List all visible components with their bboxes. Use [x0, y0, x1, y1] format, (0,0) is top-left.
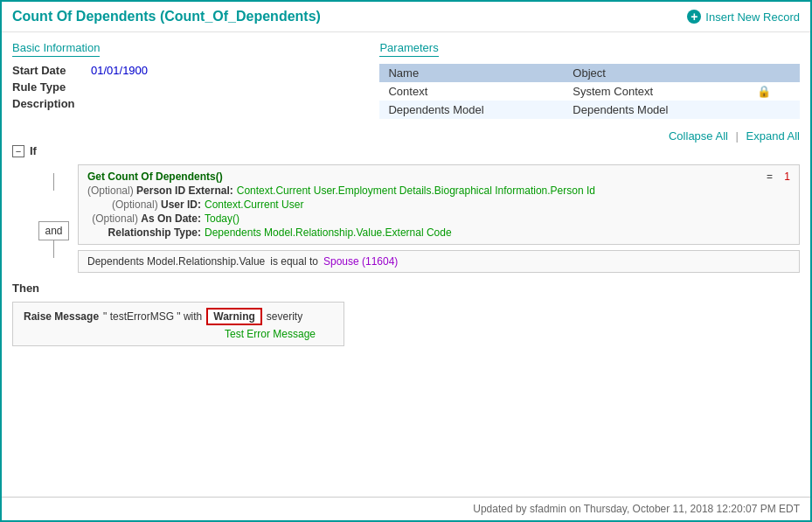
message-string: " testErrorMSG " with	[103, 310, 202, 323]
condition-area: and Get Count Of Dependents() = 1	[38, 164, 800, 273]
col-name-header: Name	[379, 64, 564, 82]
col-lock-header	[748, 64, 800, 82]
if-header: − If	[12, 144, 800, 157]
description-row: Description	[12, 97, 362, 110]
params-table-row: Context System Context 🔒	[379, 82, 800, 101]
func-name: Get Count Of Dependents()	[87, 171, 223, 183]
func-param-row: (Optional) Person ID External: Context.C…	[87, 184, 790, 197]
action-desc-row: Test Error Message	[24, 328, 333, 340]
param-value: Context.Current User	[205, 198, 303, 211]
page-title: Count Of Dependents (Count_Of_Dependents…	[12, 9, 321, 24]
func-param-row: (Optional) User ID: Context.Current User	[87, 198, 790, 211]
param-lock-cell	[748, 101, 800, 119]
raise-message-label: Raise Message	[24, 310, 99, 323]
footer: Updated by sfadmin on Thursday, October …	[2, 497, 810, 520]
param-optional-label: (Optional) User ID:	[87, 198, 201, 211]
insert-new-record-button[interactable]: + Insert New Record	[687, 10, 800, 24]
rule-type-label: Rule Type	[12, 80, 91, 94]
header-bar: Count Of Dependents (Count_Of_Dependents…	[2, 2, 810, 32]
parameters-section: Parameters Name Object Context System Co…	[379, 41, 800, 119]
parameters-table: Name Object Context System Context 🔒 Dep…	[379, 64, 800, 119]
then-section: Then Raise Message " testErrorMSG " with…	[12, 282, 800, 346]
func-param-row: Relationship Type: Dependents Model.Rela…	[87, 226, 790, 239]
param-object-cell: Dependents Model	[564, 101, 748, 119]
collapse-if-button[interactable]: −	[12, 145, 24, 157]
rule-body: − If and Get Count Of Dependents() =	[2, 144, 810, 346]
param-value: Today()	[205, 212, 239, 225]
function-condition-box: Get Count Of Dependents() = 1 (Optional)…	[78, 164, 800, 245]
action-description: Test Error Message	[225, 328, 316, 340]
equals-area: = 1	[767, 171, 790, 183]
param-object-cell: System Context	[564, 82, 748, 101]
basic-info-label: Basic Information	[12, 41, 100, 57]
equals-sign: =	[767, 171, 773, 183]
if-section: − If and Get Count Of Dependents() =	[12, 144, 800, 273]
equality-field: Dependents Model.Relationship.Value	[87, 255, 265, 268]
and-box: and	[38, 221, 69, 240]
warning-badge[interactable]: Warning	[206, 308, 262, 325]
expand-all-link[interactable]: Expand All	[746, 129, 800, 143]
info-parameters-area: Basic Information Start Date 01/01/1900 …	[2, 32, 810, 128]
params-table-row: Dependents Model Dependents Model	[379, 101, 800, 119]
equality-value: Spouse (11604)	[323, 255, 398, 268]
param-name-cell: Dependents Model	[379, 101, 564, 119]
conditions-list: Get Count Of Dependents() = 1 (Optional)…	[78, 164, 800, 273]
start-date-label: Start Date	[12, 64, 91, 77]
param-optional-label: (Optional) As On Date:	[87, 212, 201, 225]
param-optional-label: Relationship Type:	[87, 226, 201, 239]
start-date-value: 01/01/1900	[91, 64, 148, 77]
insert-button-label: Insert New Record	[705, 10, 800, 24]
param-value: Context.Current User.Employment Details.…	[237, 184, 595, 197]
if-label: If	[30, 144, 37, 157]
rule-type-row: Rule Type	[12, 80, 362, 94]
param-value: Dependents Model.Relationship.Value.Exte…	[205, 226, 452, 239]
plus-icon: +	[687, 10, 701, 24]
equals-value: 1	[784, 171, 790, 183]
severity-label: severity	[267, 310, 302, 323]
collapse-all-link[interactable]: Collapse All	[669, 129, 728, 143]
main-container: Count Of Dependents (Count_Of_Dependents…	[0, 0, 812, 522]
lock-icon: 🔒	[757, 85, 771, 98]
start-date-row: Start Date 01/01/1900	[12, 64, 362, 77]
description-label: Description	[12, 97, 91, 110]
collapse-expand-bar: Collapse All | Expand All	[2, 128, 810, 144]
param-name-cell: Context	[379, 82, 564, 101]
param-optional-label: (Optional) Person ID External:	[87, 184, 233, 197]
footer-text: Updated by sfadmin on Thursday, October …	[473, 503, 800, 515]
col-object-header: Object	[564, 64, 748, 82]
equality-operator: is equal to	[270, 255, 318, 268]
parameters-label: Parameters	[379, 41, 438, 57]
action-box: Raise Message " testErrorMSG " with Warn…	[12, 302, 344, 346]
param-lock-cell: 🔒	[748, 82, 800, 101]
action-row: Raise Message " testErrorMSG " with Warn…	[24, 308, 333, 325]
basic-info-section: Basic Information Start Date 01/01/1900 …	[12, 41, 362, 119]
then-label: Then	[12, 282, 800, 295]
func-param-row: (Optional) As On Date: Today()	[87, 212, 790, 225]
equality-condition-box: Dependents Model.Relationship.Value is e…	[78, 250, 800, 273]
